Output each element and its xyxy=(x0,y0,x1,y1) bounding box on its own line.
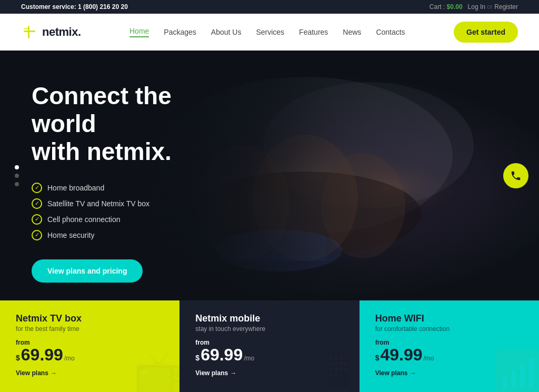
hero-title-line1: Connect the world xyxy=(32,82,172,137)
feature-text-4: Home security xyxy=(47,231,94,239)
feature-list: ✓ Home broadband ✓ Satellite TV and Netm… xyxy=(32,183,242,240)
nav-features[interactable]: Features xyxy=(299,28,328,36)
tv-view-plans-label: View plans xyxy=(16,369,48,377)
cart-info: Cart : $0.00 xyxy=(430,3,463,11)
wifi-price-period: /mo xyxy=(424,355,434,362)
dot-2[interactable] xyxy=(15,174,19,178)
wifi-arrow-icon: → xyxy=(410,369,416,377)
feature-item-3: ✓ Cell phone connection xyxy=(32,214,242,225)
cart-value: $0.00 xyxy=(447,3,463,11)
phone-button[interactable] xyxy=(503,163,528,188)
site-header: netmix. Home Packages About Us Services … xyxy=(0,14,539,51)
customer-phone: 1 (800) 216 20 20 xyxy=(78,3,128,11)
get-started-button[interactable]: Get started xyxy=(454,22,518,43)
view-plans-button[interactable]: View plans and pricing xyxy=(32,259,143,283)
hero-section: Connect the world with netmix. ✓ Home br… xyxy=(0,51,539,300)
pricing-card-wifi: 📶 Home WIFI for comfortable connection f… xyxy=(360,300,539,392)
tv-price-main: 69.99 xyxy=(21,346,63,363)
hero-title: Connect the world with netmix. xyxy=(32,82,242,166)
wifi-bg-icon: 📶 xyxy=(492,348,539,392)
mobile-bg-icon: 📱 xyxy=(312,348,360,392)
pricing-card-mobile: 📱 Netmix mobile stay in touch everywhere… xyxy=(179,300,359,392)
mobile-price-dollar: $ xyxy=(195,354,199,362)
mobile-price-period: /mo xyxy=(244,355,254,362)
feature-item-2: ✓ Satellite TV and Netmix TV box xyxy=(32,198,242,209)
svg-rect-1 xyxy=(24,31,35,32)
tv-card-subtitle: for the best family time xyxy=(16,325,164,333)
nav-packages[interactable]: Packages xyxy=(164,28,196,36)
logo-icon xyxy=(21,24,38,41)
check-icon-1: ✓ xyxy=(32,183,42,193)
auth-links: Log In or Register xyxy=(468,3,518,11)
tv-price-dollar: $ xyxy=(16,354,20,362)
mobile-arrow-icon: → xyxy=(230,369,236,377)
tv-arrow-icon: → xyxy=(51,369,57,377)
nav-about[interactable]: About Us xyxy=(211,28,242,36)
mobile-price-main: 69.99 xyxy=(201,346,243,363)
login-link[interactable]: Log In xyxy=(468,3,485,11)
tv-card-title: Netmix TV box xyxy=(16,313,164,324)
check-icon-4: ✓ xyxy=(32,230,42,240)
wifi-card-subtitle: for comfortable connection xyxy=(375,325,523,333)
mobile-card-title: Netmix mobile xyxy=(195,313,343,324)
cart-label: Cart : xyxy=(430,3,445,11)
mobile-card-subtitle: stay in touch everywhere xyxy=(195,325,343,333)
svg-rect-2 xyxy=(24,28,28,29)
register-link[interactable]: Register xyxy=(494,3,518,11)
logo-text: netmix. xyxy=(42,25,81,39)
top-bar: Customer service: 1 (800) 216 20 20 Cart… xyxy=(0,0,539,14)
feature-item-4: ✓ Home security xyxy=(32,230,242,240)
wifi-price-main: 49.99 xyxy=(380,346,422,363)
tv-bg-icon: 📺 xyxy=(132,348,179,392)
hero-title-line2: with netmix. xyxy=(32,138,172,165)
check-icon-2: ✓ xyxy=(32,198,42,209)
feature-text-3: Cell phone connection xyxy=(47,215,121,224)
nav-services[interactable]: Services xyxy=(256,28,284,36)
wifi-card-title: Home WIFI xyxy=(375,313,523,324)
auth-separator: or xyxy=(487,3,493,11)
mobile-view-plans-label: View plans xyxy=(195,369,228,377)
pricing-section: 📺 Netmix TV box for the best family time… xyxy=(0,300,539,392)
slide-dots xyxy=(15,165,19,186)
nav-home[interactable]: Home xyxy=(129,27,149,37)
dot-3[interactable] xyxy=(15,182,19,186)
wifi-view-plans-label: View plans xyxy=(375,369,408,377)
feature-text-2: Satellite TV and Netmix TV box xyxy=(47,199,149,208)
wifi-price-dollar: $ xyxy=(375,354,380,362)
customer-label: Customer service: xyxy=(21,3,76,11)
logo-link[interactable]: netmix. xyxy=(21,24,81,41)
feature-item-1: ✓ Home broadband xyxy=(32,183,242,193)
feature-text-1: Home broadband xyxy=(47,184,104,192)
nav-news[interactable]: News xyxy=(343,28,361,36)
tv-price-period: /mo xyxy=(64,355,75,362)
hero-content: Connect the world with netmix. ✓ Home br… xyxy=(0,51,274,283)
customer-service: Customer service: 1 (800) 216 20 20 xyxy=(21,3,128,11)
pricing-card-tv: 📺 Netmix TV box for the best family time… xyxy=(0,300,179,392)
main-nav: Home Packages About Us Services Features… xyxy=(129,27,405,37)
top-right-bar: Cart : $0.00 Log In or Register xyxy=(430,3,518,11)
check-icon-3: ✓ xyxy=(32,214,42,225)
nav-contacts[interactable]: Contacts xyxy=(376,28,405,36)
dot-1[interactable] xyxy=(15,165,19,169)
